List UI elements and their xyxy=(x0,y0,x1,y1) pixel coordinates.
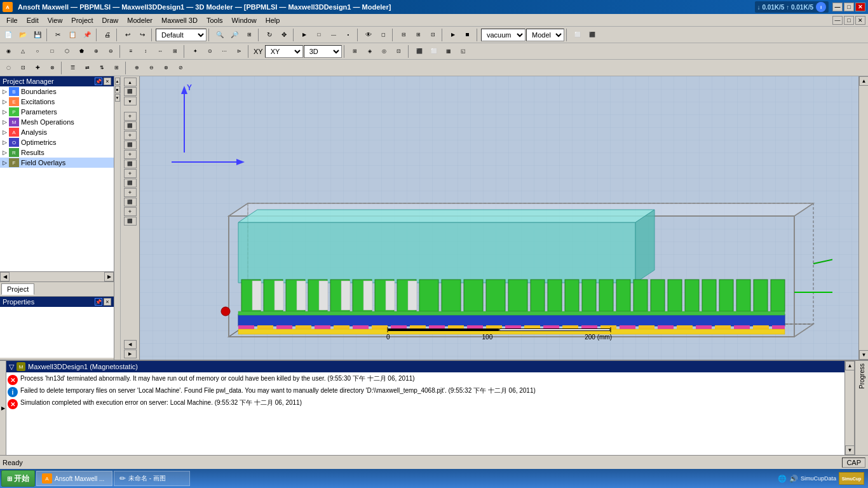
vscroll-down-btn[interactable]: ▼ xyxy=(859,350,868,360)
expand-analysis[interactable]: ▷ xyxy=(3,129,9,135)
tb-cut[interactable]: ✂ xyxy=(51,28,65,42)
nav-left-plus2[interactable]: + xyxy=(124,131,137,140)
vscroll-up-btn[interactable]: ▲ xyxy=(859,76,868,86)
tb-snap1[interactable]: ⊞ xyxy=(348,44,362,58)
tree-excitations[interactable]: ▷ E Excitations xyxy=(0,97,114,107)
tree-boundaries[interactable]: ▷ B Boundaries xyxy=(0,86,114,97)
tb-r2b1[interactable]: ≡ xyxy=(124,44,138,58)
nav-left-plus4[interactable]: + xyxy=(124,169,137,178)
menu-help[interactable]: Help xyxy=(262,15,284,25)
menu-maxwell3d[interactable]: Maxwell 3D xyxy=(158,15,201,25)
tb-r5b3[interactable]: ⇅ xyxy=(95,61,109,75)
tb-r4b3[interactable]: ✚ xyxy=(31,61,44,75)
inner-maximize-button[interactable]: □ xyxy=(844,16,854,25)
viewport[interactable]: Y xyxy=(140,76,858,360)
tb-r1b7[interactable]: ⊕ xyxy=(89,44,103,58)
tb-export2[interactable]: ⬛ xyxy=(585,28,599,42)
tb-sim2[interactable]: ⏹ xyxy=(461,28,475,42)
nav-left-box3[interactable]: ⬛ xyxy=(124,159,137,168)
tb-rotate[interactable]: ↻ xyxy=(262,28,276,42)
tb-r2b4[interactable]: ⊞ xyxy=(168,44,182,58)
tree-results[interactable]: ▷ R Results xyxy=(0,147,114,158)
nav-left-up[interactable]: ▲ xyxy=(124,78,137,86)
expand-boundaries[interactable]: ▷ xyxy=(3,88,9,95)
tree-optimetrics[interactable]: ▷ O Optimetrics xyxy=(0,137,114,147)
tb-edge[interactable]: — xyxy=(327,28,341,42)
tree-field-overlays[interactable]: ▷ F Field Overlays xyxy=(0,158,114,168)
nav-left-plus5[interactable]: + xyxy=(124,188,137,197)
start-button[interactable]: ⊞ 开始 xyxy=(1,470,35,487)
tb-view2[interactable]: ⬜ xyxy=(427,44,441,58)
nav-left-box6[interactable]: ⬛ xyxy=(124,217,137,226)
tb-r5b4[interactable]: ⊞ xyxy=(109,61,123,75)
tb-snap2[interactable]: ◈ xyxy=(363,44,377,58)
tb-r5b2[interactable]: ⇄ xyxy=(80,61,94,75)
menu-modeler[interactable]: Modeler xyxy=(123,15,156,25)
nav-middle[interactable]: ■ xyxy=(115,86,120,93)
sidebar-close[interactable]: × xyxy=(104,78,111,85)
tb-r6b2[interactable]: ⊖ xyxy=(144,61,158,75)
xy-dropdown[interactable]: XY xyxy=(265,45,303,58)
scroll-left[interactable]: ◀ xyxy=(0,272,10,281)
menu-file[interactable]: File xyxy=(3,15,22,25)
nav-down[interactable]: ▼ xyxy=(115,94,120,102)
tb-mesh3[interactable]: ⊡ xyxy=(426,28,440,42)
tb-r2b2[interactable]: ↕ xyxy=(139,44,153,58)
properties-close[interactable]: × xyxy=(104,298,111,306)
tb-r6b1[interactable]: ⊕ xyxy=(130,61,144,75)
tb-export1[interactable]: ⬜ xyxy=(571,28,585,42)
tb-r6b4[interactable]: ⊘ xyxy=(173,61,187,75)
expand-mesh[interactable]: ▷ xyxy=(3,119,9,125)
nav-left-box4[interactable]: ⬛ xyxy=(124,179,137,187)
tb-pan[interactable]: ✥ xyxy=(277,28,291,42)
msg-vscroll-up[interactable]: ▲ xyxy=(845,361,855,370)
nav-left-down[interactable]: ▼ xyxy=(124,97,137,105)
coord-system-dropdown[interactable]: Default xyxy=(156,29,207,41)
menu-tools[interactable]: Tools xyxy=(203,15,227,25)
nav-left-box5[interactable]: ⬛ xyxy=(124,198,137,207)
menu-project[interactable]: Project xyxy=(67,15,97,25)
tb-face[interactable]: □ xyxy=(312,28,326,42)
sidebar-pin[interactable]: 📌 xyxy=(95,78,102,85)
tb-r4b4[interactable]: ⊗ xyxy=(45,61,59,75)
expand-icon[interactable]: ▽ xyxy=(9,363,14,371)
vscroll-left[interactable]: ◀ xyxy=(124,340,137,349)
tb-view4[interactable]: ◱ xyxy=(456,44,470,58)
tb-snap4[interactable]: ⊡ xyxy=(392,44,406,58)
tab-project[interactable]: Project xyxy=(1,283,34,295)
tb-r6b3[interactable]: ⊗ xyxy=(159,61,173,75)
tb-r1b5[interactable]: ⬡ xyxy=(60,44,74,58)
material-dropdown[interactable]: vacuum xyxy=(481,29,526,41)
tb-r4b1[interactable]: ◌ xyxy=(1,61,15,75)
tb-mesh2[interactable]: ⊞ xyxy=(411,28,425,42)
tb-r3b2[interactable]: ⊙ xyxy=(203,44,217,58)
tb-r4b2[interactable]: ⊡ xyxy=(16,61,30,75)
tb-snap3[interactable]: ◎ xyxy=(377,44,391,58)
tb-r1b4[interactable]: □ xyxy=(45,44,59,58)
tb-print[interactable]: 🖨 xyxy=(100,28,114,42)
tb-r5b1[interactable]: ☰ xyxy=(65,61,79,75)
tb-zoom-all[interactable]: ⊞ xyxy=(242,28,256,42)
vscroll-right[interactable]: ▶ xyxy=(124,349,137,358)
menu-view[interactable]: View xyxy=(44,15,67,25)
nav-left-mid[interactable]: ⬛ xyxy=(124,87,137,96)
tb-vertex[interactable]: • xyxy=(341,28,355,42)
nav-left-plus1[interactable]: + xyxy=(124,112,137,121)
titlebar-controls[interactable]: — □ ✕ xyxy=(832,3,865,11)
tb-r1b2[interactable]: △ xyxy=(16,44,30,58)
menu-draw[interactable]: Draw xyxy=(98,15,123,25)
tb-mesh1[interactable]: ⊟ xyxy=(397,28,410,42)
scroll-right[interactable]: ▶ xyxy=(104,272,114,281)
inner-close-button[interactable]: ✕ xyxy=(855,16,865,25)
nav-left-box1[interactable]: ⬛ xyxy=(124,121,137,130)
3d-dropdown[interactable]: 3D xyxy=(304,45,342,58)
tb-r2b3[interactable]: ↔ xyxy=(153,44,167,58)
expand-optimetrics[interactable]: ▷ xyxy=(3,139,9,146)
tb-r3b1[interactable]: ✦ xyxy=(188,44,202,58)
tb-sim1[interactable]: ▶ xyxy=(446,28,460,42)
minimize-button[interactable]: — xyxy=(832,3,843,11)
taskbar-item-maxwell[interactable]: A Ansoft Maxwell ... xyxy=(36,471,112,486)
nav-left-plus3[interactable]: + xyxy=(124,150,137,159)
maximize-button[interactable]: □ xyxy=(844,3,854,11)
tb-hide[interactable]: ◻ xyxy=(376,28,390,42)
